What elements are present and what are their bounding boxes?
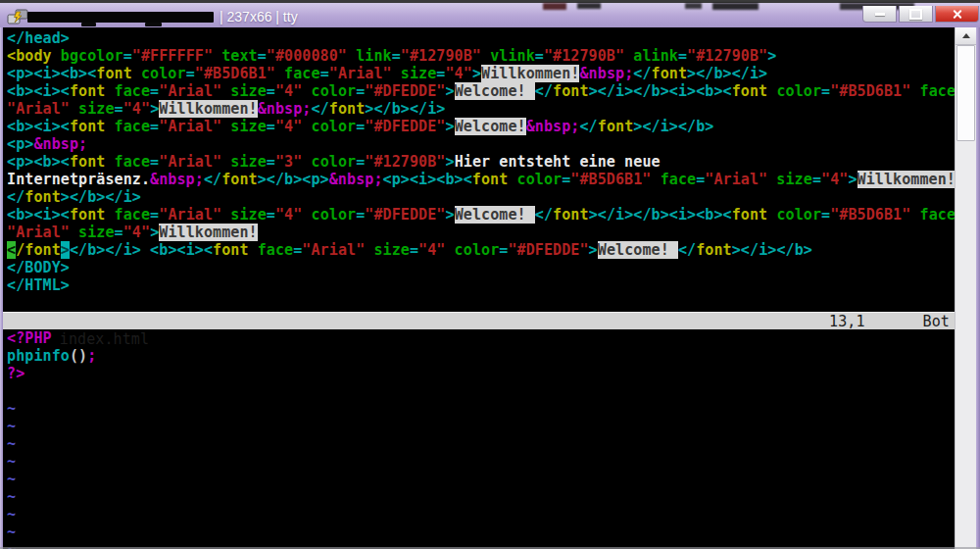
code-segment: color <box>302 118 356 135</box>
code-segment: <b><i>< <box>7 206 70 224</box>
code-segment: "Arial" <box>159 118 221 135</box>
code-segment: "4" <box>275 206 302 224</box>
code-line: <p><b><font face="Arial" size="3" color=… <box>3 153 955 171</box>
code-line: </HTML> <box>3 276 955 294</box>
vertical-scrollbar[interactable] <box>955 27 976 549</box>
code-segment: = <box>678 47 687 65</box>
code-segment: > <box>767 47 776 65</box>
code-segment: "#12790B" <box>365 153 445 171</box>
code-segment: face <box>910 206 955 224</box>
code-segment: = <box>293 241 302 259</box>
redaction-mark <box>145 23 162 26</box>
window-titlebar[interactable]: | 237x66 | tty <box>0 0 980 27</box>
code-segment: </ <box>312 100 329 118</box>
code-segment: = <box>392 47 401 65</box>
code-segment: face <box>652 171 697 188</box>
code-segment: font <box>553 82 589 100</box>
code-segment: <p> <box>7 135 33 153</box>
code-segment: ~ <box>7 488 16 506</box>
code-segment: = <box>186 65 195 82</box>
empty-buffer-tilde-line: ~ <box>3 418 955 435</box>
code-segment: size <box>365 241 410 259</box>
screenshot-artifact <box>712 3 759 10</box>
code-segment: color <box>445 241 499 259</box>
minimize-button[interactable] <box>862 6 897 23</box>
code-segment: > <box>848 171 857 188</box>
code-segment: = <box>150 118 159 135</box>
code-segment: > <box>446 118 455 135</box>
code-segment: font <box>553 206 589 224</box>
empty-buffer-tilde-line: ~ <box>3 435 955 453</box>
code-segment: = <box>115 100 123 118</box>
code-segment: "#000080" <box>267 47 347 65</box>
code-segment: text <box>213 47 258 65</box>
code-segment: > <box>150 224 159 241</box>
maximize-button[interactable] <box>899 6 933 23</box>
redaction-mark <box>81 23 96 26</box>
code-segment: = <box>562 171 570 188</box>
code-segment: font <box>598 118 634 135</box>
code-segment: ~ <box>7 471 16 488</box>
code-segment: ~ <box>7 435 16 453</box>
code-line: "Arial" size="4">Willkommen! <box>3 224 955 241</box>
code-segment: "Arial" <box>7 224 70 241</box>
code-segment: = <box>821 206 830 224</box>
code-segment: color <box>767 206 821 224</box>
code-segment: () <box>70 347 87 365</box>
code-segment: "#12790B" <box>687 47 767 65</box>
code-segment: font <box>96 65 132 82</box>
code-line <box>3 382 955 400</box>
code-segment: &nbsp; <box>150 171 204 188</box>
code-segment: "Arial" <box>159 153 221 171</box>
code-segment: color <box>302 206 356 224</box>
code-segment: font <box>329 100 366 118</box>
code-segment: face <box>105 118 150 135</box>
code-segment: </BODY> <box>7 259 70 276</box>
code-segment: = <box>258 47 267 65</box>
screenshot-artifact <box>685 3 702 9</box>
code-segment: = <box>320 65 329 82</box>
code-segment: "4" <box>275 118 302 135</box>
code-segment: &nbsp; <box>33 135 87 153</box>
code-segment: ~ <box>7 524 16 541</box>
code-segment: ></b><p> <box>258 171 329 188</box>
window-right-border <box>976 27 980 549</box>
code-segment: <p><i><b>< <box>383 171 472 188</box>
code-segment: face <box>275 65 320 82</box>
code-line: <p><i><b><font color="#B5D6B1" face="Ari… <box>3 65 955 82</box>
code-segment: ; <box>87 347 96 365</box>
code-segment: <p><b>< <box>7 153 70 171</box>
scrollbar-up-button[interactable] <box>956 27 976 45</box>
code-segment: ></i></b> <box>732 241 812 259</box>
code-segment: &nbsp; <box>258 100 312 118</box>
code-segment: </ <box>204 171 221 188</box>
code-segment: bgcolor <box>52 47 123 65</box>
empty-buffer-tilde-line: ~ <box>3 400 955 418</box>
code-segment: size <box>70 224 115 241</box>
code-segment: /font <box>16 241 61 259</box>
code-segment: = <box>123 47 132 65</box>
code-segment: color <box>508 171 562 188</box>
code-segment: "#B5D6B1" <box>830 206 910 224</box>
code-segment: "#B5D6B1" <box>195 65 275 82</box>
putty-app-icon[interactable] <box>7 8 28 26</box>
code-segment: size <box>221 82 267 100</box>
code-segment: font <box>70 118 106 135</box>
code-line: <p>&nbsp; <box>3 135 955 153</box>
code-segment: font <box>472 171 509 188</box>
terminal-screen[interactable]: </head><body bgcolor="#FFFFFF" text="#00… <box>3 27 955 549</box>
code-segment: ></i></b><i><b>< <box>589 206 732 224</box>
code-segment: ></b></i> <box>61 188 141 206</box>
code-segment: font <box>732 206 768 224</box>
code-segment: Internetpräsenz. <box>7 171 150 188</box>
code-segment: font <box>652 65 688 82</box>
code-line: <b><i><font face="Arial" size="4" color=… <box>3 82 955 100</box>
scrollbar-thumb[interactable] <box>956 45 975 141</box>
search-highlighted-text: Welcome! <box>455 82 535 100</box>
code-segment: font <box>24 188 61 206</box>
code-segment: "#12790B" <box>544 47 624 65</box>
close-button[interactable] <box>935 6 979 23</box>
code-segment: </HTML> <box>7 276 70 294</box>
code-segment: "Arial" <box>705 171 767 188</box>
code-segment: size <box>221 118 267 135</box>
